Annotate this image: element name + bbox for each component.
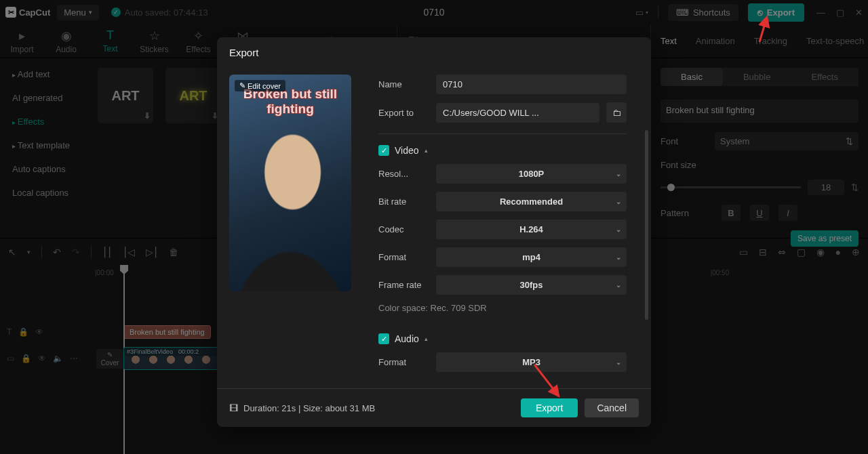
cover-preview: ✎Edit cover Broken but still fighting — [229, 75, 351, 291]
codec-label: Codec — [378, 224, 429, 234]
modal-cancel-button[interactable]: Cancel — [585, 398, 639, 417]
exportto-label: Export to — [378, 108, 429, 118]
audio-format-label: Format — [378, 357, 429, 367]
exportto-path[interactable]: C:/Users/GOOD WILL ... — [436, 103, 599, 123]
framerate-label: Frame rate — [378, 280, 429, 290]
name-input[interactable]: 0710 — [436, 75, 627, 94]
export-info: 🎞 Duration: 21s | Size: about 31 MB — [229, 403, 375, 413]
modal-export-button[interactable]: Export — [521, 398, 578, 417]
chevron-down-icon: ⌄ — [616, 198, 621, 205]
audio-section-header[interactable]: ✓ Audio ▴ — [378, 333, 627, 344]
framerate-select[interactable]: 30fps⌄ — [436, 275, 627, 295]
browse-folder-button[interactable]: 🗀 — [606, 102, 627, 123]
bitrate-label: Bit rate — [378, 197, 429, 207]
pencil-icon: ✎ — [239, 81, 245, 90]
modal-title: Export — [217, 37, 651, 65]
collapse-caret-icon: ▴ — [425, 335, 428, 342]
format-select[interactable]: mp4⌄ — [436, 247, 627, 267]
modal-scrollbar[interactable] — [645, 130, 648, 320]
chevron-down-icon: ⌄ — [616, 281, 621, 289]
codec-select[interactable]: H.264⌄ — [436, 220, 627, 239]
video-section-header[interactable]: ✓ Video ▴ — [378, 145, 627, 156]
folder-icon: 🗀 — [612, 108, 621, 118]
resolution-select[interactable]: 1080P⌄ — [436, 164, 627, 184]
chevron-down-icon: ⌄ — [616, 358, 621, 366]
colorspace-info: Color space: Rec. 709 SDR — [378, 303, 627, 313]
chevron-down-icon: ⌄ — [616, 170, 621, 178]
chevron-down-icon: ⌄ — [616, 253, 621, 261]
export-modal: Export ✎Edit cover Broken but still figh… — [217, 37, 651, 427]
format-label: Format — [378, 252, 429, 262]
chevron-down-icon: ⌄ — [616, 226, 621, 233]
edit-cover-button[interactable]: ✎Edit cover — [235, 80, 285, 91]
checkbox-icon[interactable]: ✓ — [378, 333, 389, 344]
film-icon: 🎞 — [229, 403, 238, 413]
resolution-label: Resol... — [378, 169, 429, 179]
name-label: Name — [378, 79, 429, 89]
collapse-caret-icon: ▴ — [425, 147, 428, 154]
audio-format-select[interactable]: MP3⌄ — [436, 352, 627, 372]
checkbox-icon[interactable]: ✓ — [378, 145, 389, 156]
bitrate-select[interactable]: Recommended⌄ — [436, 192, 627, 211]
